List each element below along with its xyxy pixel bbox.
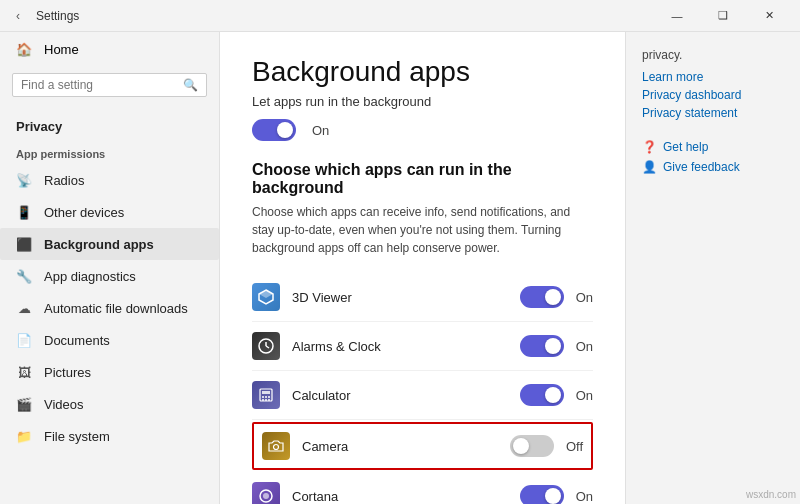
documents-icon: 📄 xyxy=(16,332,32,348)
privacy-header: Privacy xyxy=(0,107,219,140)
3dviewer-toggle[interactable] xyxy=(520,286,564,308)
maximize-button[interactable]: ❑ xyxy=(700,0,746,32)
svg-point-12 xyxy=(268,399,270,401)
other-devices-icon: 📱 xyxy=(16,204,32,220)
page-title: Background apps xyxy=(252,56,593,88)
videos-icon: 🎬 xyxy=(16,396,32,412)
app-row-clock: Alarms & Clock On xyxy=(252,322,593,371)
give-feedback-action[interactable]: 👤 Give feedback xyxy=(642,160,784,174)
app-diagnostics-label: App diagnostics xyxy=(44,269,136,284)
radios-label: Radios xyxy=(44,173,84,188)
sidebar-item-file-system[interactable]: 📁 File system xyxy=(0,420,219,452)
other-devices-label: Other devices xyxy=(44,205,124,220)
home-label: Home xyxy=(44,42,79,57)
camera-name: Camera xyxy=(302,439,498,454)
sidebar-item-home[interactable]: 🏠 Home xyxy=(0,32,219,67)
svg-point-9 xyxy=(268,396,270,398)
app-list: 3D Viewer On Alarms & Clock xyxy=(252,273,593,504)
app-permissions-label: App permissions xyxy=(0,140,219,164)
page-subtitle: Let apps run in the background xyxy=(252,94,593,109)
svg-point-15 xyxy=(263,493,269,499)
clock-toggle-row: On xyxy=(520,335,593,357)
cortana-toggle[interactable] xyxy=(520,485,564,504)
svg-marker-1 xyxy=(259,290,273,298)
auto-downloads-label: Automatic file downloads xyxy=(44,301,188,316)
sidebar-item-other-devices[interactable]: 📱 Other devices xyxy=(0,196,219,228)
clock-name: Alarms & Clock xyxy=(292,339,508,354)
clock-toggle[interactable] xyxy=(520,335,564,357)
clock-toggle-label: On xyxy=(576,339,593,354)
title-bar-left: ‹ Settings xyxy=(8,6,654,26)
clock-icon xyxy=(252,332,280,360)
background-apps-icon: ⬛ xyxy=(16,236,32,252)
section-desc: Choose which apps can receive info, send… xyxy=(252,203,593,257)
master-toggle-label: On xyxy=(312,123,329,138)
app-row-3dviewer: 3D Viewer On xyxy=(252,273,593,322)
right-panel: privacy. Learn more Privacy dashboard Pr… xyxy=(625,32,800,504)
3dviewer-icon xyxy=(252,283,280,311)
master-toggle-row: On xyxy=(252,119,593,141)
calculator-toggle[interactable] xyxy=(520,384,564,406)
back-button[interactable]: ‹ xyxy=(8,6,28,26)
home-icon: 🏠 xyxy=(16,42,32,57)
close-button[interactable]: ✕ xyxy=(746,0,792,32)
minimize-button[interactable]: — xyxy=(654,0,700,32)
cortana-icon xyxy=(252,482,280,504)
3dviewer-toggle-label: On xyxy=(576,290,593,305)
privacy-dashboard-link[interactable]: Privacy dashboard xyxy=(642,88,784,102)
sidebar-item-videos[interactable]: 🎬 Videos xyxy=(0,388,219,420)
svg-point-8 xyxy=(265,396,267,398)
camera-icon xyxy=(262,432,290,460)
give-feedback-label: Give feedback xyxy=(663,160,740,174)
svg-line-4 xyxy=(266,346,269,348)
svg-point-13 xyxy=(274,445,279,450)
search-box[interactable]: 🔍 xyxy=(12,73,207,97)
camera-toggle-row: Off xyxy=(510,435,583,457)
watermark: wsxdn.com xyxy=(746,489,796,500)
sidebar-item-app-diagnostics[interactable]: 🔧 App diagnostics xyxy=(0,260,219,292)
sidebar-item-documents[interactable]: 📄 Documents xyxy=(0,324,219,356)
background-apps-label: Background apps xyxy=(44,237,154,252)
get-help-action[interactable]: ❓ Get help xyxy=(642,140,784,154)
calculator-name: Calculator xyxy=(292,388,508,403)
file-system-icon: 📁 xyxy=(16,428,32,444)
title-bar: ‹ Settings — ❑ ✕ xyxy=(0,0,800,32)
svg-rect-6 xyxy=(262,391,270,394)
sidebar-item-auto-downloads[interactable]: ☁ Automatic file downloads xyxy=(0,292,219,324)
master-toggle[interactable] xyxy=(252,119,296,141)
videos-label: Videos xyxy=(44,397,84,412)
sidebar-item-background-apps[interactable]: ⬛ Background apps xyxy=(0,228,219,260)
3dviewer-name: 3D Viewer xyxy=(292,290,508,305)
app-row-calculator: Calculator On xyxy=(252,371,593,420)
sidebar-item-radios[interactable]: 📡 Radios xyxy=(0,164,219,196)
search-icon: 🔍 xyxy=(183,78,198,92)
title-bar-title: Settings xyxy=(36,9,79,23)
calculator-icon xyxy=(252,381,280,409)
sidebar: 🏠 Home 🔍 Privacy App permissions 📡 Radio… xyxy=(0,32,220,504)
cortana-toggle-row: On xyxy=(520,485,593,504)
3dviewer-toggle-row: On xyxy=(520,286,593,308)
app-body: 🏠 Home 🔍 Privacy App permissions 📡 Radio… xyxy=(0,32,800,504)
panel-divider xyxy=(642,124,784,140)
get-help-icon: ❓ xyxy=(642,140,657,154)
privacy-statement-link[interactable]: Privacy statement xyxy=(642,106,784,120)
section-heading: Choose which apps can run in the backgro… xyxy=(252,161,593,197)
get-help-label: Get help xyxy=(663,140,708,154)
svg-point-11 xyxy=(265,399,267,401)
give-feedback-icon: 👤 xyxy=(642,160,657,174)
app-row-camera: Camera Off xyxy=(252,422,593,470)
right-panel-intro: privacy. xyxy=(642,48,784,62)
svg-point-7 xyxy=(262,396,264,398)
sidebar-item-pictures[interactable]: 🖼 Pictures xyxy=(0,356,219,388)
title-bar-controls: — ❑ ✕ xyxy=(654,0,792,32)
title-bar-nav: ‹ xyxy=(8,6,28,26)
cortana-toggle-label: On xyxy=(576,489,593,504)
camera-toggle[interactable] xyxy=(510,435,554,457)
auto-downloads-icon: ☁ xyxy=(16,300,32,316)
file-system-label: File system xyxy=(44,429,110,444)
search-input[interactable] xyxy=(21,78,183,92)
pictures-label: Pictures xyxy=(44,365,91,380)
svg-point-10 xyxy=(262,399,264,401)
radios-icon: 📡 xyxy=(16,172,32,188)
learn-more-link[interactable]: Learn more xyxy=(642,70,784,84)
